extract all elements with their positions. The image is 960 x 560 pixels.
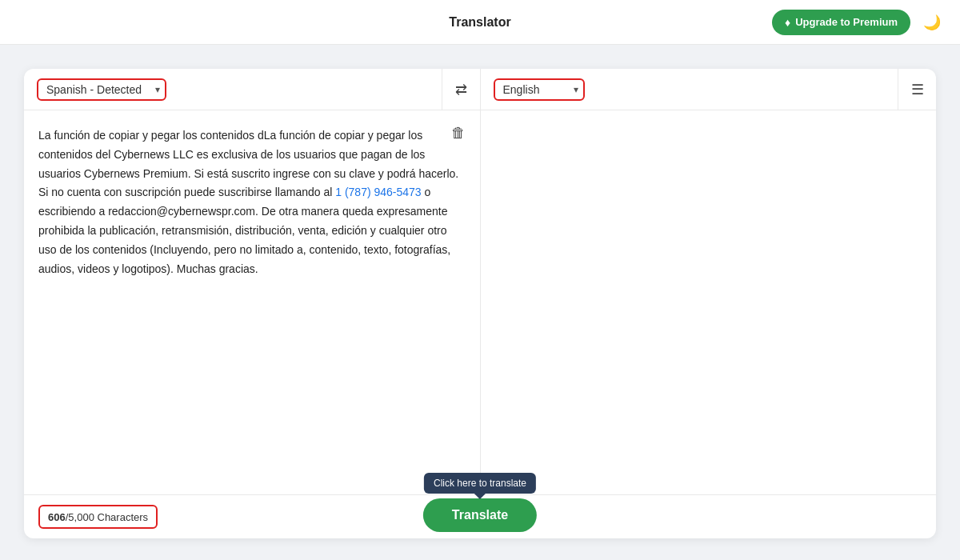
source-lang-dropdown-wrapper: Spanish - Detected Auto Detect English F… bbox=[37, 78, 166, 101]
swap-icon: ⇄ bbox=[455, 81, 467, 98]
moon-icon: 🌙 bbox=[923, 14, 941, 30]
app-title: Translator bbox=[449, 15, 510, 30]
source-text-link: 1 (787) 946-5473 bbox=[335, 186, 421, 198]
translate-button[interactable]: Translate bbox=[423, 498, 537, 532]
tooltip-text: Click here to translate bbox=[434, 478, 526, 489]
target-lang-dropdown-wrapper: English Spanish French German Italian Po… bbox=[494, 78, 585, 101]
swap-languages-button[interactable]: ⇄ bbox=[442, 69, 481, 110]
char-max: 5,000 bbox=[68, 511, 94, 523]
upgrade-button[interactable]: ♦ Upgrade to Premium bbox=[772, 10, 910, 35]
app-header: Translator ♦ Upgrade to Premium 🌙 bbox=[0, 0, 960, 45]
translator-card: Spanish - Detected Auto Detect English F… bbox=[24, 69, 936, 538]
source-lang-section: Spanish - Detected Auto Detect English F… bbox=[24, 69, 442, 110]
char-label: Characters bbox=[98, 511, 149, 523]
dark-mode-button[interactable]: 🌙 bbox=[920, 10, 944, 34]
copy-translation-button[interactable]: ☰ bbox=[898, 69, 936, 110]
source-panel: 🗑 La función de copiar y pegar los conte… bbox=[24, 110, 481, 494]
language-bar: Spanish - Detected Auto Detect English F… bbox=[24, 69, 936, 110]
diamond-icon: ♦ bbox=[785, 16, 790, 29]
bottom-bar: 606/5,000 Characters Click here to trans… bbox=[24, 494, 936, 538]
char-count-wrapper: 606/5,000 Characters bbox=[38, 505, 158, 529]
upgrade-label: Upgrade to Premium bbox=[795, 16, 898, 28]
target-lang-section: English Spanish French German Italian Po… bbox=[481, 69, 898, 110]
copy-icon: ☰ bbox=[911, 81, 924, 98]
delete-source-button[interactable]: 🗑 bbox=[448, 122, 469, 145]
text-panels: 🗑 La función de copiar y pegar los conte… bbox=[24, 110, 936, 494]
header-actions: ♦ Upgrade to Premium 🌙 bbox=[772, 10, 944, 35]
translate-tooltip: Click here to translate bbox=[424, 473, 536, 494]
source-text: La función de copiar y pegar los conteni… bbox=[38, 126, 466, 278]
char-count: 606/5,000 Characters bbox=[48, 511, 148, 523]
target-panel bbox=[481, 110, 937, 494]
trash-icon: 🗑 bbox=[451, 125, 466, 141]
translate-section: Click here to translate Translate bbox=[423, 473, 537, 532]
char-current: 606 bbox=[48, 511, 66, 523]
source-lang-select[interactable]: Spanish - Detected Auto Detect English F… bbox=[46, 83, 157, 96]
main-content: Spanish - Detected Auto Detect English F… bbox=[0, 45, 960, 560]
target-lang-select[interactable]: English Spanish French German Italian Po… bbox=[503, 83, 575, 96]
source-text-after-link: o escribiendo a redaccion@cybernewspr.co… bbox=[38, 186, 454, 274]
